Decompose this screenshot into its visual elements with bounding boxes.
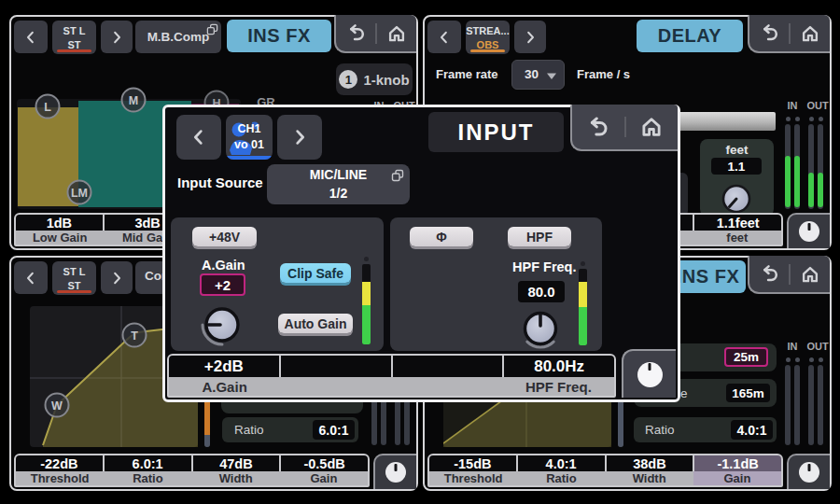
strip-value[interactable]: -22dB	[16, 455, 105, 471]
threshold-handle[interactable]: T	[122, 323, 147, 348]
tab-delay[interactable]: DELAY	[637, 20, 743, 52]
clip-safe-button[interactable]: Clip Safe	[280, 263, 351, 283]
assign-knob-button[interactable]	[787, 454, 830, 489]
undo-button[interactable]	[336, 22, 375, 44]
strip-value[interactable]	[281, 356, 393, 377]
header-icon-section	[334, 15, 416, 53]
meter-green	[579, 307, 587, 345]
release-value[interactable]: 165m	[726, 384, 770, 402]
meter-peak-led	[364, 257, 369, 261]
meter-peak-led	[809, 117, 814, 121]
ratio-row: Ratio 6.0:1	[222, 417, 358, 442]
phantom-power-button[interactable]: +48V	[192, 227, 257, 246]
one-knob-button[interactable]: 1 1-knob	[336, 63, 413, 95]
phase-button[interactable]: Φ	[410, 227, 473, 246]
strip-value[interactable]: 47dB	[193, 455, 282, 471]
strip-value[interactable]: 6.0:1	[105, 455, 193, 471]
strip-value[interactable]: 1dB	[16, 215, 105, 231]
strip-value[interactable]: 4.0:1	[518, 455, 607, 471]
strip-label: HPF Freq.	[503, 377, 614, 396]
meter-peak-led	[795, 117, 800, 121]
home-button[interactable]	[791, 264, 830, 285]
channel-select-button[interactable]: ST L ST	[52, 261, 96, 295]
assign-knob-button[interactable]	[373, 454, 416, 489]
channel-select-button[interactable]: CH1 vo 01	[226, 115, 273, 160]
gr-meter-base	[204, 435, 210, 447]
next-channel-button[interactable]	[514, 21, 546, 53]
home-button[interactable]	[377, 23, 416, 44]
assign-knob-button[interactable]	[787, 213, 830, 248]
channel-select-button[interactable]: STREA... OBS	[466, 21, 510, 54]
band-handle-mid[interactable]: M	[121, 88, 147, 113]
strip-value[interactable]: 38dB	[607, 455, 695, 471]
strip-label: Threshold	[16, 471, 104, 485]
undo-button[interactable]	[572, 115, 624, 140]
q4-value-strip: -15dB 4.0:1 38dB -1.1dB Threshold Ratio …	[427, 454, 783, 487]
hpf-button[interactable]: HPF	[508, 227, 571, 246]
feet-knob[interactable]	[721, 183, 752, 215]
hpf-freq-knob[interactable]	[517, 305, 564, 352]
chevron-down-icon	[546, 72, 557, 80]
channel-name: CH1	[237, 121, 260, 137]
channel-name: ST L	[63, 265, 86, 278]
width-handle[interactable]: W	[45, 393, 70, 418]
chevron-right-icon	[289, 127, 310, 147]
feet-value[interactable]: 1.1	[711, 158, 762, 175]
undo-icon	[585, 115, 610, 140]
next-channel-button[interactable]	[277, 115, 322, 160]
chevron-right-icon	[108, 270, 125, 287]
strip-label	[392, 377, 503, 396]
strip-value-selected[interactable]: -1.1dB	[694, 455, 781, 471]
tab-ins-fx[interactable]: INS FX	[670, 260, 746, 293]
channel-id: vo 01	[234, 137, 264, 153]
channel-select-button[interactable]: ST L ST	[52, 21, 96, 54]
strip-value[interactable]: -0.5dB	[281, 455, 368, 471]
prev-channel-button[interactable]	[14, 21, 48, 53]
prev-channel-button[interactable]	[427, 21, 461, 53]
meter-peak-led	[809, 357, 814, 362]
chevron-left-icon	[436, 29, 453, 46]
attack-value[interactable]: 25m	[724, 347, 768, 367]
strip-value[interactable]: +2dB	[169, 356, 281, 377]
undo-icon	[345, 22, 367, 44]
input-source-button[interactable]: MIC/LINE 1/2	[267, 164, 410, 204]
auto-gain-button[interactable]: Auto Gain	[278, 314, 353, 333]
next-channel-button[interactable]	[101, 261, 133, 294]
header-icon-section	[748, 15, 830, 53]
tab-ins-fx[interactable]: INS FX	[227, 20, 331, 52]
strip-value[interactable]	[393, 356, 505, 377]
prev-channel-button[interactable]	[14, 261, 48, 294]
out-meter-r	[818, 365, 823, 445]
assign-knob-button[interactable]	[622, 349, 676, 398]
home-button[interactable]	[626, 115, 679, 139]
home-button[interactable]	[791, 23, 830, 44]
strip-value[interactable]: 1.1feet	[694, 215, 781, 231]
again-meter	[362, 264, 371, 344]
hpf-freq-value[interactable]: 80.0	[518, 281, 565, 302]
again-value[interactable]: +2	[200, 273, 245, 296]
strip-label: Ratio	[517, 471, 605, 485]
ratio-value[interactable]: 6.0:1	[313, 420, 355, 440]
meter-peak-led	[581, 261, 585, 266]
out-meter-l	[808, 365, 814, 445]
in-meter-fill	[785, 156, 791, 207]
header-icon-section	[570, 105, 678, 151]
band-handle-low[interactable]: L	[35, 94, 61, 119]
home-icon	[386, 23, 407, 44]
prev-channel-button[interactable]	[176, 115, 221, 160]
next-channel-button[interactable]	[101, 21, 133, 53]
ratio-value[interactable]: 4.0:1	[731, 420, 773, 440]
library-name-button[interactable]: M.B.Comp	[135, 21, 221, 53]
frame-rate-label: Frame rate	[436, 67, 497, 81]
chevron-right-icon	[522, 29, 539, 46]
undo-button[interactable]	[749, 263, 789, 285]
strip-label: feet	[693, 231, 781, 245]
ratio-label: Ratio	[234, 423, 264, 437]
again-knob[interactable]	[198, 301, 246, 349]
header-icon-section	[748, 256, 830, 294]
strip-value[interactable]: 80.0Hz	[504, 356, 614, 377]
band-handle-lowmid[interactable]: LM	[67, 180, 92, 205]
strip-value[interactable]: -15dB	[429, 455, 518, 471]
frame-rate-dropdown[interactable]: 30	[511, 60, 565, 90]
undo-button[interactable]	[749, 22, 789, 44]
